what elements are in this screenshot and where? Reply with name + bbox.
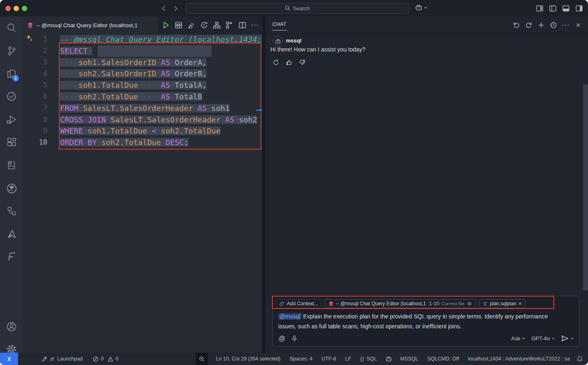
editor-tab-bar: -- @mssql Chat Query Editor (localhost,1 <box>23 16 262 34</box>
braces-icon: {} <box>360 356 364 362</box>
account-icon[interactable] <box>2 317 21 337</box>
run-query-icon[interactable] <box>161 21 170 30</box>
line-number: 4 <box>23 68 60 80</box>
code-line-content[interactable]: --·@mssql·Chat·Query·Editor·(localhost,1… <box>60 34 262 45</box>
results-grid-icon[interactable] <box>174 21 183 30</box>
plan-file-chip[interactable]: plan.sqlplan × <box>479 299 525 308</box>
problems-indicator[interactable]: 0 0 <box>93 356 119 362</box>
code-line: 2SELECT· <box>23 45 262 57</box>
close-panel-icon[interactable]: × <box>574 21 582 29</box>
warnings-count: 0 <box>116 356 119 362</box>
copilot-menu-button[interactable] <box>415 4 428 12</box>
code-line-content[interactable]: ····soh2.SalesOrderID·AS·OrderB, <box>60 68 207 80</box>
more-actions-icon[interactable]: ··· <box>250 21 260 30</box>
connection-status[interactable]: localhost,1434 : AdventureWorksLT2022 : … <box>468 356 570 362</box>
run-and-debug-icon[interactable] <box>2 110 21 129</box>
history-icon[interactable] <box>549 21 558 29</box>
eol-indicator[interactable]: LF <box>345 356 351 362</box>
code-editor[interactable]: 1--·@mssql·Chat·Query·Editor·(localhost,… <box>23 34 262 353</box>
navigate-back-icon[interactable] <box>159 3 169 13</box>
text-cursor <box>256 110 262 111</box>
launchpad-button[interactable]: Launchpad <box>41 356 83 362</box>
chat-panel-header: CHAT ··· × <box>265 16 588 34</box>
copilot-sparkle-icon[interactable] <box>25 34 34 43</box>
code-line-content[interactable]: WHERE·soh1.TotalDue·<·soh2.TotalDue <box>60 125 221 137</box>
customize-layout-icon[interactable] <box>535 4 544 13</box>
zoom-status-button[interactable] <box>196 353 208 365</box>
code-line-content[interactable]: ····soh1.SalesOrderID·AS·OrderA, <box>60 57 207 68</box>
copilot-status-icon[interactable] <box>385 356 392 363</box>
language-mode[interactable]: {} SQL <box>360 356 377 362</box>
eye-icon[interactable] <box>467 301 472 307</box>
thumbs-up-icon[interactable] <box>285 58 293 66</box>
chat-scrollbar[interactable] <box>583 84 588 290</box>
connections-view-icon[interactable] <box>2 201 21 221</box>
minimize-window-button[interactable] <box>14 6 19 11</box>
search-view-icon[interactable] <box>2 18 21 38</box>
toggle-primary-sidebar-icon[interactable] <box>548 4 558 13</box>
extensions-view-icon[interactable] <box>2 132 21 152</box>
azure-view-icon[interactable] <box>2 224 21 244</box>
connect-icon[interactable] <box>186 21 196 30</box>
sqlcmd-status[interactable]: SQLCMD: Off <box>428 356 459 362</box>
errors-count: 0 <box>101 356 104 362</box>
chat-input-container[interactable]: Add Context... -- @mssql Chat Query Edit… <box>272 296 579 346</box>
code-line-content[interactable]: ····soh2.TotalDue·····AS·TotalB <box>60 91 202 103</box>
notebook-view-icon[interactable] <box>2 155 21 175</box>
add-context-label: Add Context... <box>287 301 318 307</box>
remove-chip-icon[interactable]: × <box>518 300 522 307</box>
redo-icon[interactable] <box>525 21 533 29</box>
navigate-forward-icon[interactable] <box>170 3 180 13</box>
testing-view-icon[interactable] <box>2 87 21 106</box>
undo-icon[interactable] <box>512 21 521 29</box>
activity-bar: 1 <box>0 16 23 353</box>
toggle-panel-icon[interactable] <box>561 4 571 13</box>
github-icon[interactable] <box>2 178 21 198</box>
file-context-chip[interactable]: -- @mssql Chat Query Editor (localhost,1… <box>325 299 476 308</box>
files-copy-icon[interactable]: 1 <box>2 64 21 84</box>
code-line-content[interactable]: ORDER·BY·soh2.TotalDue·DESC; <box>60 137 188 148</box>
remote-indicator[interactable] <box>0 353 18 365</box>
model-dropdown[interactable]: GPT-4o <box>531 335 555 342</box>
code-line: 10ORDER·BY·soh2.TotalDue·DESC; <box>23 137 262 148</box>
database-file-icon <box>328 301 334 307</box>
maximize-window-button[interactable] <box>22 6 27 11</box>
more-icon[interactable]: ··· <box>562 21 570 29</box>
estimated-plan-icon[interactable] <box>225 21 234 30</box>
search-placeholder: Search <box>293 5 310 12</box>
fabric-view-icon[interactable] <box>2 247 21 267</box>
code-line-content[interactable]: SELECT· <box>60 45 92 57</box>
thumbs-down-icon[interactable] <box>298 58 306 66</box>
code-line-content[interactable]: ····soh1.TotalDue·····AS·TotalA, <box>60 80 207 91</box>
copilot-icon <box>415 4 423 12</box>
source-control-icon[interactable] <box>2 41 21 61</box>
microphone-icon[interactable] <box>291 335 298 342</box>
cursor-position[interactable]: Ln 10, Col 29 (354 selected) <box>216 356 281 362</box>
line-number: 3 <box>23 57 60 68</box>
mention-icon[interactable]: @ <box>279 335 285 342</box>
editor-tab[interactable]: -- @mssql Chat Query Editor (localhost,1 <box>23 16 158 34</box>
chat-tab[interactable]: CHAT <box>272 20 287 30</box>
notifications-bell-icon[interactable] <box>576 356 583 362</box>
editor-tab-title: -- @mssql Chat Query Editor (localhost,1 <box>36 22 137 28</box>
add-context-chip[interactable]: Add Context... <box>276 299 322 308</box>
mssql-status[interactable]: MSSQL <box>400 356 418 362</box>
code-line-content[interactable]: CROSS·JOIN·SalesLT.SalesOrderHeader·AS·s… <box>60 114 257 126</box>
mode-label: Ask <box>511 335 521 342</box>
refresh-intellisense-icon[interactable] <box>199 21 209 30</box>
warnings-icon <box>107 356 114 362</box>
code-line: 6····soh2.TotalDue·····AS·TotalB <box>23 91 262 103</box>
schema-visualizer-icon[interactable] <box>212 21 221 30</box>
code-line-content[interactable]: FROM·SalesLT.SalesOrderHeader·AS·soh1 <box>60 103 230 114</box>
new-chat-icon[interactable] <box>537 21 545 29</box>
toggle-secondary-sidebar-icon[interactable] <box>574 4 584 13</box>
indentation[interactable]: Spaces: 4 <box>290 356 313 362</box>
retry-icon[interactable] <box>272 58 279 66</box>
send-button[interactable] <box>561 335 574 342</box>
close-window-button[interactable] <box>5 6 11 11</box>
split-editor-icon[interactable] <box>237 21 247 30</box>
encoding[interactable]: UTF-8 <box>321 356 336 362</box>
chat-input-text[interactable]: @mssql Explain the execution plan for th… <box>278 312 555 331</box>
mode-dropdown[interactable]: Ask <box>511 335 526 342</box>
command-center-search[interactable]: Search <box>185 3 409 14</box>
